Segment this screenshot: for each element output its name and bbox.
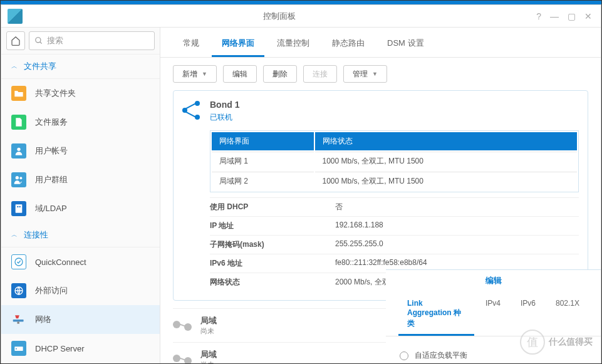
sidebar-item-dhcp-server[interactable]: DHCP Server <box>1 334 160 363</box>
chevron-up-icon: ︿ <box>11 231 18 239</box>
svg-point-13 <box>16 348 17 350</box>
app-icon <box>8 9 23 24</box>
tab-dsm-settings[interactable]: DSM 设置 <box>377 33 434 57</box>
control-panel-window: 控制面板 ? — ▢ ✕ 搜索 ︿ 文件共享 <box>1 4 601 364</box>
svg-rect-5 <box>16 204 23 212</box>
chevron-down-icon: ▼ <box>202 71 207 77</box>
window-title: 控制面板 <box>23 11 536 22</box>
home-button[interactable] <box>6 31 25 50</box>
main-content: 常规 网络界面 流量控制 静态路由 DSM 设置 新增▼ 编辑 删除 连接 管理… <box>160 28 601 364</box>
bond-icon <box>182 101 201 120</box>
bond-status: 已联机 <box>210 112 239 123</box>
search-input[interactable]: 搜索 <box>29 31 155 50</box>
sidebar-item-domain-ldap[interactable]: 域/LDAP <box>1 194 160 223</box>
svg-point-4 <box>19 177 22 179</box>
minimize-button[interactable]: — <box>550 11 559 21</box>
sidebar-item-user[interactable]: 用户帐号 <box>1 137 160 165</box>
edit-button[interactable]: 编辑 <box>223 65 257 83</box>
svg-point-3 <box>16 176 19 179</box>
svg-rect-7 <box>19 206 21 207</box>
maximize-button[interactable]: ▢ <box>568 11 576 21</box>
interface-table: 网络界面网络状态 局域网 11000 Mb/s, 全双工, MTU 1500 局… <box>210 130 579 192</box>
sidebar-item-external-access[interactable]: 外部访问 <box>1 276 160 305</box>
svg-line-1 <box>40 42 42 44</box>
sidebar-item-shared-folder[interactable]: 共享文件夹 <box>1 79 160 108</box>
radio-icon <box>400 351 408 360</box>
dialog-tab-ipv4[interactable]: IPv4 <box>477 294 509 336</box>
qc-icon <box>14 257 24 267</box>
add-button[interactable]: 新增▼ <box>173 65 217 83</box>
watermark: 值 什么值得买 <box>520 330 593 355</box>
tab-general[interactable]: 常规 <box>173 33 209 57</box>
svg-rect-6 <box>17 206 18 207</box>
tab-traffic-control[interactable]: 流量控制 <box>267 33 319 57</box>
svg-rect-11 <box>17 321 19 323</box>
close-button[interactable]: ✕ <box>584 11 592 21</box>
main-tabs: 常规 网络界面 流量控制 静态路由 DSM 设置 <box>160 28 601 58</box>
search-icon <box>34 36 43 45</box>
plug-icon <box>173 320 192 332</box>
dialog-title: 编辑 <box>386 270 601 291</box>
sidebar-item-quickconnect[interactable]: QuickConnect <box>1 247 160 276</box>
user-icon <box>14 146 24 156</box>
plug-icon <box>173 353 192 365</box>
doc-icon <box>14 117 23 127</box>
sidebar-item-group[interactable]: 用户群组 <box>1 165 160 194</box>
tab-static-route[interactable]: 静态路由 <box>322 33 375 57</box>
domain-icon <box>14 204 23 214</box>
network-icon <box>12 314 26 325</box>
svg-point-8 <box>15 258 23 266</box>
tab-network-interface[interactable]: 网络界面 <box>212 33 264 57</box>
svg-point-2 <box>17 148 20 151</box>
sidebar-item-network[interactable]: 网络 <box>1 305 160 334</box>
help-button[interactable]: ? <box>536 11 541 21</box>
bond-name: Bond 1 <box>210 100 239 110</box>
users-icon <box>13 175 24 185</box>
table-row: 局域网 11000 Mb/s, 全双工, MTU 1500 <box>212 152 577 170</box>
sidebar-item-file-services[interactable]: 文件服务 <box>1 108 160 137</box>
manage-button[interactable]: 管理▼ <box>343 65 387 83</box>
delete-button[interactable]: 删除 <box>263 65 297 83</box>
sidebar: 搜索 ︿ 文件共享 共享文件夹 文件服务 用户帐号 用户群组 <box>1 28 160 364</box>
chevron-up-icon: ︿ <box>11 62 18 71</box>
chevron-down-icon: ▼ <box>372 71 378 77</box>
folder-icon <box>14 89 24 98</box>
svg-point-0 <box>36 38 41 43</box>
section-connectivity[interactable]: ︿ 连接性 <box>1 223 160 247</box>
svg-rect-10 <box>13 320 24 321</box>
table-row: 局域网 21000 Mb/s, 全双工, MTU 1500 <box>212 172 577 190</box>
globe-icon <box>14 286 24 296</box>
home-icon <box>11 36 21 46</box>
dialog-tab-link-aggregation[interactable]: Link Aggregation 种类 <box>398 294 474 336</box>
section-file-sharing[interactable]: ︿ 文件共享 <box>1 55 160 79</box>
connect-button: 连接 <box>303 65 337 83</box>
dhcp-icon <box>14 344 24 353</box>
